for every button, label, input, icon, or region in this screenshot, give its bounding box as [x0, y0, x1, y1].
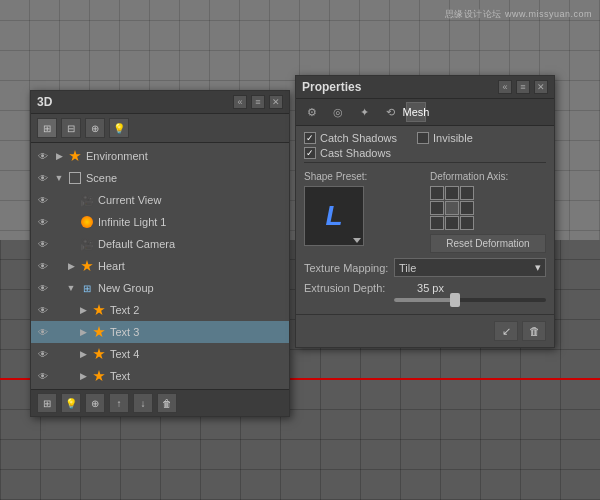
layer-item-text3[interactable]: 👁 ▶ Text 3 [31, 321, 289, 343]
layer-item-text2[interactable]: 👁 ▶ Text 2 [31, 299, 289, 321]
deformation-axis-right: Deformation Axis: Reset Deformation [430, 171, 546, 253]
props-footer-btn-delete[interactable]: 🗑 [522, 321, 546, 341]
texture-mapping-value: Tile [399, 262, 416, 274]
layer-icon-heart [79, 258, 95, 274]
tab-settings[interactable]: ⚙ [302, 102, 322, 122]
eye-icon-default-camera[interactable]: 👁 [35, 236, 51, 252]
shape-letter: L [325, 200, 342, 232]
deformation-axis-label: Deformation Axis: [430, 171, 546, 182]
tb-icon-scene[interactable]: ⊕ [85, 118, 105, 138]
props-menu-btn[interactable]: ≡ [516, 80, 530, 94]
shape-dropdown-arrow [353, 238, 361, 243]
eye-icon-text4[interactable]: 👁 [35, 346, 51, 362]
expand-text3[interactable]: ▶ [77, 326, 89, 338]
layer-item-text[interactable]: 👁 ▶ Text [31, 365, 289, 387]
eye-icon-text2[interactable]: 👁 [35, 302, 51, 318]
def-cell-0[interactable] [430, 186, 444, 200]
eye-icon-infinite-light[interactable]: 👁 [35, 214, 51, 230]
tb-icon-view[interactable]: ⊞ [37, 118, 57, 138]
tab-transform[interactable]: ⟲ [380, 102, 400, 122]
props-footer: ↙ 🗑 [296, 314, 554, 347]
expand-environment[interactable]: ▶ [53, 150, 65, 162]
invisible-group: Invisible [417, 132, 473, 144]
panel-3d-close-btn[interactable]: ✕ [269, 95, 283, 109]
bottom-icon-add[interactable]: ⊕ [85, 393, 105, 413]
layer-item-infinite-light[interactable]: 👁 Infinite Light 1 [31, 211, 289, 233]
expand-scene[interactable]: ▼ [53, 172, 65, 184]
eye-icon-text3[interactable]: 👁 [35, 324, 51, 340]
extrusion-slider-track[interactable] [394, 298, 546, 302]
props-footer-btn-import[interactable]: ↙ [494, 321, 518, 341]
invisible-checkbox[interactable] [417, 132, 429, 144]
texture-mapping-select[interactable]: Tile ▾ [394, 258, 546, 277]
def-cell-8[interactable] [460, 216, 474, 230]
layer-name-current-view: Current View [98, 194, 161, 206]
layer-item-default-camera[interactable]: 👁 🎥 Default Camera [31, 233, 289, 255]
reset-deformation-btn[interactable]: Reset Deformation [430, 234, 546, 253]
expand-text[interactable]: ▶ [77, 370, 89, 382]
def-cell-4[interactable] [445, 201, 459, 215]
tab-mesh[interactable]: Mesh [406, 102, 426, 122]
extrusion-depth-value: 35 px [394, 282, 444, 294]
props-body: Catch Shadows Invisible Cast Shadows Sha… [296, 126, 554, 308]
eye-icon-scene[interactable]: 👁 [35, 170, 51, 186]
catch-shadows-checkbox[interactable] [304, 132, 316, 144]
invisible-label: Invisible [433, 132, 473, 144]
tb-icon-light[interactable]: 💡 [109, 118, 129, 138]
divider-1 [304, 162, 546, 163]
eye-icon-new-group[interactable]: 👁 [35, 280, 51, 296]
tab-mesh-label: Mesh [403, 106, 430, 118]
checkbox-row-2: Cast Shadows [304, 147, 546, 159]
def-cell-3[interactable] [430, 201, 444, 215]
layer-name-scene: Scene [86, 172, 117, 184]
bottom-icon-delete[interactable]: 🗑 [157, 393, 177, 413]
layer-icon-scene [67, 170, 83, 186]
def-cell-5[interactable] [460, 201, 474, 215]
shape-preset-section: Shape Preset: L Deformation Axis: [304, 171, 546, 253]
layer-item-current-view[interactable]: 👁 🎥 Current View [31, 189, 289, 211]
layer-item-scene[interactable]: 👁 ▼ Scene [31, 167, 289, 189]
watermark: 思缘设计论坛 www.missyuan.com [445, 8, 592, 21]
bottom-icon-move[interactable]: ↑ [109, 393, 129, 413]
shape-preview[interactable]: L [304, 186, 364, 246]
layer-icon-group: ⊞ [79, 280, 95, 296]
cast-shadows-checkbox[interactable] [304, 147, 316, 159]
layer-icon-text [91, 368, 107, 384]
bottom-icon-render[interactable]: ⊞ [37, 393, 57, 413]
panel-3d-title: 3D [37, 95, 52, 109]
deformation-grid [430, 186, 546, 230]
layer-icon-default-camera: 🎥 [79, 236, 95, 252]
bottom-icon-light[interactable]: 💡 [61, 393, 81, 413]
tb-icon-material[interactable]: ⊟ [61, 118, 81, 138]
eye-icon-text[interactable]: 👁 [35, 368, 51, 384]
tab-material[interactable]: ◎ [328, 102, 348, 122]
panel-3d-menu-btn[interactable]: ≡ [251, 95, 265, 109]
expand-new-group[interactable]: ▼ [65, 282, 77, 294]
eye-icon-heart[interactable]: 👁 [35, 258, 51, 274]
layer-icon-text2 [91, 302, 107, 318]
def-cell-2[interactable] [460, 186, 474, 200]
expand-heart[interactable]: ▶ [65, 260, 77, 272]
props-close-btn[interactable]: ✕ [534, 80, 548, 94]
tab-filter[interactable]: ✦ [354, 102, 374, 122]
extrusion-slider-thumb[interactable] [450, 293, 460, 307]
def-cell-1[interactable] [445, 186, 459, 200]
bottom-icon-down[interactable]: ↓ [133, 393, 153, 413]
eye-icon-current-view[interactable]: 👁 [35, 192, 51, 208]
expand-text4[interactable]: ▶ [77, 348, 89, 360]
expand-text2[interactable]: ▶ [77, 304, 89, 316]
texture-mapping-label: Texture Mapping: [304, 262, 394, 274]
layer-icon-camera: 🎥 [79, 192, 95, 208]
eye-icon-environment[interactable]: 👁 [35, 148, 51, 164]
panel-3d-collapse-btn[interactable]: « [233, 95, 247, 109]
layer-item-new-group[interactable]: 👁 ▼ ⊞ New Group [31, 277, 289, 299]
layer-item-text4[interactable]: 👁 ▶ Text 4 [31, 343, 289, 365]
panel-3d-toolbar: ⊞ ⊟ ⊕ 💡 [31, 114, 289, 143]
layer-item-heart[interactable]: 👁 ▶ Heart [31, 255, 289, 277]
props-collapse-btn[interactable]: « [498, 80, 512, 94]
props-header: Properties « ≡ ✕ [296, 76, 554, 99]
layer-item-environment[interactable]: 👁 ▶ Environment [31, 145, 289, 167]
def-cell-7[interactable] [445, 216, 459, 230]
layer-icon-light [79, 214, 95, 230]
def-cell-6[interactable] [430, 216, 444, 230]
